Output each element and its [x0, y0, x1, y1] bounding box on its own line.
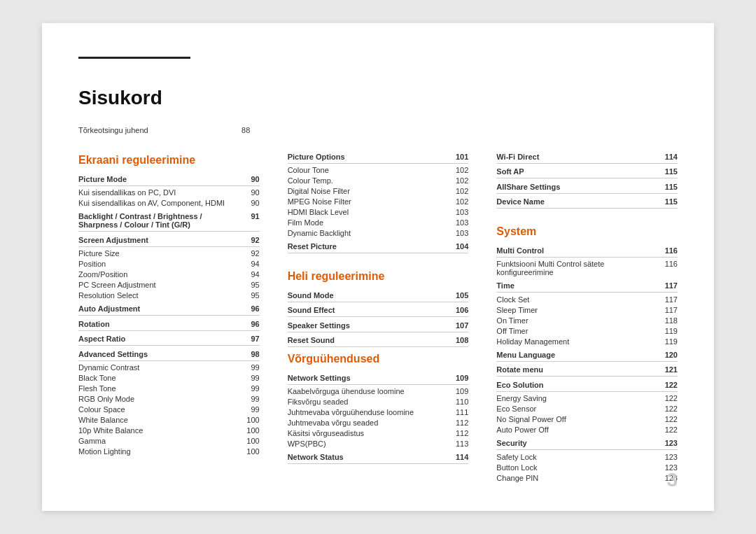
- entry-label: Clock Set: [496, 295, 661, 304]
- entry-page: 112: [451, 419, 468, 427]
- toc-entry: Dynamic Backlight103: [288, 228, 469, 239]
- entry-label: Auto Adjustment: [78, 304, 243, 313]
- page-corner: 3: [666, 469, 678, 491]
- toc-entry: Kui sisendallikas on AV, Component, HDMI…: [78, 198, 260, 209]
- toc-entry: Sleep Timer117: [496, 304, 678, 315]
- entry-label: Holiday Management: [496, 337, 661, 346]
- entry-label: Colour Space: [78, 405, 243, 414]
- entry-label: Picture Size: [78, 249, 243, 258]
- entry-page: 111: [451, 408, 468, 416]
- entry-label: Sleep Timer: [496, 306, 661, 314]
- toc-entry: Juhtmevaba võrguühenduse loomine111: [288, 407, 469, 418]
- entry-label: No Signal Power Off: [496, 415, 661, 423]
- entry-page: 122: [661, 394, 678, 402]
- toc-entry: Network Settings109: [288, 372, 469, 385]
- entry-label: Film Mode: [288, 218, 452, 227]
- entry-label: Backlight / Contrast / Brightness / Shar…: [78, 212, 243, 229]
- entry-page: 104: [451, 242, 468, 251]
- entry-label: Black Tone: [78, 374, 243, 382]
- entry-page: 117: [661, 306, 678, 314]
- entry-page: 103: [451, 218, 468, 227]
- entry-page: 113: [451, 440, 468, 448]
- toc-entry: AllShare Settings115: [496, 181, 678, 194]
- entry-label: Flesh Tone: [78, 384, 243, 393]
- toc-entry: Zoom/Position94: [78, 269, 260, 280]
- entry-page: 92: [243, 236, 260, 244]
- entry-label: Soft AP: [496, 167, 661, 176]
- entry-label: Dynamic Backlight: [288, 229, 452, 237]
- toc-entry: Reset Sound108: [288, 335, 469, 348]
- entry-label: Time: [496, 281, 661, 290]
- entry-page: 102: [451, 176, 468, 185]
- entry-label: Rotation: [78, 320, 243, 328]
- toc-entry: On Timer118: [496, 315, 678, 325]
- toc-entry: Film Mode103: [288, 218, 469, 228]
- entry-label: HDMI Black Level: [288, 208, 452, 216]
- entry-label: Juhtmevaba võrgu seaded: [288, 419, 452, 427]
- entry-page: 115: [661, 167, 678, 176]
- entry-label: Digital Noise Filter: [288, 187, 452, 195]
- entry-label: Zoom/Position: [78, 270, 243, 279]
- toc-entry: Käsitsi võrguseadistus112: [288, 428, 469, 439]
- entry-page: 120: [661, 351, 678, 359]
- entry-label: Käsitsi võrguseadistus: [288, 429, 452, 437]
- entry-label: Device Name: [496, 197, 661, 206]
- toc-entry: Auto Power Off122: [496, 425, 678, 435]
- top-entry-label: Tõrkeotsingu juhend: [78, 126, 148, 134]
- entry-label: Sound Mode: [288, 291, 452, 300]
- entry-page: 106: [451, 306, 468, 314]
- toc-content: Ekraani reguleeriminePicture Mode90Kui s…: [78, 148, 678, 483]
- section-title: Võrguühendused: [288, 353, 469, 365]
- toc-column: Ekraani reguleeriminePicture Mode90Kui s…: [78, 148, 260, 483]
- toc-entry: Colour Temp.102: [288, 176, 469, 186]
- toc-entry: Rotate menu121: [496, 365, 678, 377]
- entry-page: 102: [451, 197, 468, 206]
- entry-label: Motion Lighting: [78, 447, 243, 456]
- toc-entry: Juhtmevaba võrgu seaded112: [288, 418, 469, 428]
- entry-page: 90: [243, 188, 260, 197]
- entry-page: 108: [451, 336, 468, 344]
- entry-label: Energy Saving: [496, 394, 661, 402]
- toc-entry: Advanced Settings98: [78, 349, 260, 361]
- toc-entry: Fiksvõrgu seaded110: [288, 397, 469, 407]
- entry-page: 123: [661, 439, 678, 447]
- toc-entry: Menu Language120: [496, 349, 678, 362]
- entry-label: Advanced Settings: [78, 350, 243, 358]
- toc-entry: Time117: [496, 281, 678, 293]
- toc-entry: Safety Lock123: [496, 451, 678, 462]
- entry-page: 103: [451, 208, 468, 216]
- entry-label: Colour Temp.: [288, 176, 452, 185]
- toc-entry: No Signal Power Off122: [496, 414, 678, 425]
- entry-page: 123: [661, 453, 678, 461]
- section-title: Heli reguleerimine: [288, 270, 469, 283]
- entry-label: Reset Picture: [288, 242, 452, 251]
- entry-page: 90: [243, 199, 260, 207]
- entry-page: 122: [661, 415, 678, 423]
- entry-label: On Timer: [496, 316, 661, 325]
- entry-label: Position: [78, 260, 243, 268]
- toc-entry: Wi-Fi Direct114: [496, 151, 678, 164]
- entry-label: Resolution Select: [78, 291, 243, 300]
- entry-page: 99: [243, 405, 260, 414]
- toc-entry: Change PIN123: [496, 472, 678, 483]
- entry-page: 119: [661, 337, 678, 346]
- entry-label: Sound Effect: [288, 306, 452, 314]
- toc-entry: White Balance100: [78, 415, 260, 426]
- entry-page: 90: [243, 175, 260, 183]
- toc-entry: Funktsiooni Multi Control sätete konfigu…: [496, 259, 678, 278]
- toc-entry: Resolution Select95: [78, 290, 260, 301]
- toc-entry: Black Tone99: [78, 373, 260, 384]
- entry-page: 99: [243, 363, 260, 372]
- entry-page: 96: [243, 304, 260, 313]
- section-title: Ekraani reguleerimine: [78, 154, 260, 167]
- entry-page: 94: [243, 260, 260, 268]
- entry-label: 10p White Balance: [78, 426, 243, 435]
- entry-label: Picture Mode: [78, 175, 243, 183]
- entry-label: Kaabelvõrguga ühenduse loomine: [288, 387, 452, 395]
- toc-entry: Picture Size92: [78, 248, 260, 259]
- entry-page: 117: [661, 281, 678, 290]
- entry-label: Colour Tone: [288, 166, 452, 174]
- entry-page: 121: [661, 365, 678, 374]
- entry-page: 99: [243, 395, 260, 403]
- entry-label: Auto Power Off: [496, 426, 661, 434]
